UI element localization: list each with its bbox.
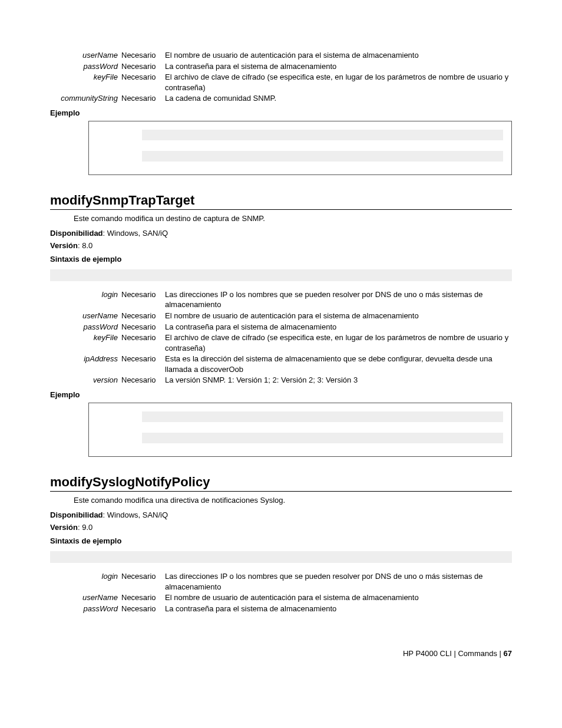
param-name: passWord — [74, 322, 121, 332]
table-row: keyFile Necesario El archivo de clave de… — [50, 72, 512, 93]
param-desc: El archivo de clave de cifrado (se espec… — [165, 72, 512, 93]
param-desc: El nombre de usuario de autenticación pa… — [165, 592, 512, 603]
param-desc: El nombre de usuario de autenticación pa… — [165, 50, 512, 61]
param-desc: La contraseña para el sistema de almacen… — [165, 322, 512, 332]
table-row: passWord Necesario La contraseña para el… — [50, 61, 512, 72]
footer-sep: | — [497, 649, 504, 658]
version-line: Versión: 8.0 — [50, 241, 512, 250]
example-box — [88, 403, 512, 457]
code-placeholder-bar — [142, 130, 503, 140]
param-required: Necesario — [121, 93, 165, 104]
syntax-block — [50, 269, 512, 281]
version-label: Versión — [50, 523, 78, 532]
param-desc: Las direcciones IP o los nombres que se … — [165, 289, 512, 310]
availability-value: : Windows, SAN/iQ — [103, 510, 168, 519]
example-label: Ejemplo — [50, 108, 512, 117]
param-required: Necesario — [121, 592, 165, 603]
syntax-label: Sintaxis de ejemplo — [50, 536, 512, 545]
param-required: Necesario — [121, 322, 165, 332]
param-name: passWord — [50, 61, 121, 72]
example-label: Ejemplo — [50, 390, 512, 399]
syntax-block — [50, 551, 512, 563]
param-required: Necesario — [121, 375, 165, 386]
table-row: userName Necesario El nombre de usuario … — [74, 592, 512, 603]
param-name: passWord — [74, 604, 121, 614]
footer-product: HP P4000 CLI — [403, 649, 452, 658]
command-intro: Este comando modifica un destino de capt… — [74, 213, 512, 224]
code-placeholder-bar — [50, 269, 512, 281]
code-placeholder-bar — [142, 433, 503, 443]
command-intro: Este comando modifica una directiva de n… — [74, 495, 512, 506]
table-row: userName Necesario El nombre de usuario … — [74, 311, 512, 321]
param-desc: Las direcciones IP o los nombres que se … — [165, 571, 512, 592]
param-name: userName — [74, 311, 121, 321]
param-name: login — [74, 571, 121, 582]
top-param-table: userName Necesario El nombre de usuario … — [50, 50, 512, 104]
code-placeholder-bar — [142, 151, 503, 162]
command-heading-modifysyslognotifypolicy: modifySyslogNotifyPolicy — [50, 475, 512, 492]
table-row: version Necesario La versión SNMP. 1: Ve… — [74, 375, 512, 386]
param-desc: La contraseña para el sistema de almacen… — [165, 61, 512, 72]
version-line: Versión: 9.0 — [50, 523, 512, 532]
param-name: communityString — [50, 93, 121, 104]
cmd1-param-table: login Necesario Las direcciones IP o los… — [74, 289, 512, 386]
param-required: Necesario — [121, 332, 165, 343]
param-required: Necesario — [121, 72, 165, 83]
footer-sep: | — [452, 649, 458, 658]
param-name: version — [74, 375, 121, 386]
param-name: keyFile — [50, 72, 121, 83]
availability-label: Disponibilidad — [50, 510, 103, 519]
table-row: communityString Necesario La cadena de c… — [50, 93, 512, 104]
param-name: userName — [50, 50, 121, 61]
table-row: login Necesario Las direcciones IP o los… — [74, 571, 512, 592]
param-desc: Esta es la dirección del sistema de alma… — [165, 354, 512, 374]
param-desc: El archivo de clave de cifrado (se espec… — [165, 332, 512, 353]
param-required: Necesario — [121, 604, 165, 614]
table-row: passWord Necesario La contraseña para el… — [74, 604, 512, 614]
code-placeholder-bar — [50, 551, 512, 563]
availability-line: Disponibilidad: Windows, SAN/iQ — [50, 510, 512, 519]
page-number: 67 — [504, 649, 512, 658]
code-placeholder-bar — [142, 411, 503, 422]
version-label: Versión — [50, 241, 78, 250]
page-footer: HP P4000 CLI | Commands | 67 — [50, 649, 512, 658]
param-required: Necesario — [121, 571, 165, 582]
param-name: keyFile — [74, 332, 121, 343]
param-required: Necesario — [121, 354, 165, 364]
page-content: userName Necesario El nombre de usuario … — [0, 0, 562, 681]
table-row: ipAddress Necesario Esta es la dirección… — [74, 354, 512, 374]
param-desc: La contraseña para el sistema de almacen… — [165, 604, 512, 614]
table-row: passWord Necesario La contraseña para el… — [74, 322, 512, 332]
version-value: : 8.0 — [78, 241, 92, 250]
command-heading-modifysnmptraptarget: modifySnmpTrapTarget — [50, 193, 512, 210]
param-required: Necesario — [121, 311, 165, 321]
table-row: keyFile Necesario El archivo de clave de… — [74, 332, 512, 353]
param-name: ipAddress — [74, 354, 121, 364]
param-required: Necesario — [121, 50, 165, 61]
param-desc: La cadena de comunidad SNMP. — [165, 93, 512, 104]
param-required: Necesario — [121, 61, 165, 72]
param-desc: El nombre de usuario de autenticación pa… — [165, 311, 512, 321]
param-required: Necesario — [121, 289, 165, 300]
param-desc: La versión SNMP. 1: Versión 1; 2: Versió… — [165, 375, 512, 386]
example-box — [88, 121, 512, 175]
param-name: login — [74, 289, 121, 300]
table-row: userName Necesario El nombre de usuario … — [50, 50, 512, 61]
syntax-label: Sintaxis de ejemplo — [50, 255, 512, 263]
cmd2-param-table: login Necesario Las direcciones IP o los… — [74, 571, 512, 614]
footer-section: Commands — [458, 649, 497, 658]
param-name: userName — [74, 592, 121, 603]
table-row: login Necesario Las direcciones IP o los… — [74, 289, 512, 310]
version-value: : 9.0 — [78, 523, 92, 532]
availability-value: : Windows, SAN/iQ — [103, 229, 168, 238]
availability-line: Disponibilidad: Windows, SAN/iQ — [50, 229, 512, 238]
availability-label: Disponibilidad — [50, 229, 103, 238]
